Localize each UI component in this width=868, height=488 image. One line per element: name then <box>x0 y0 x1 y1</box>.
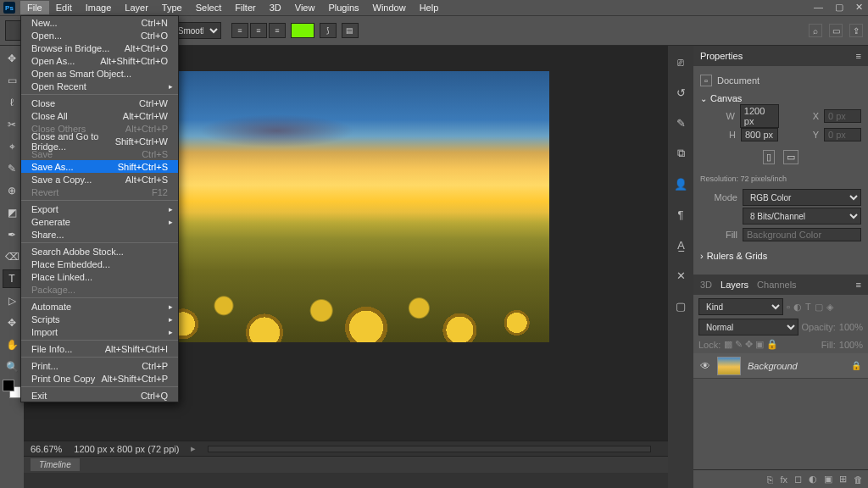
tool-4[interactable]: ⌖ <box>3 137 21 156</box>
canvas-section-header[interactable]: Canvas <box>700 93 861 103</box>
menu-item-generate[interactable]: Generate <box>21 215 178 228</box>
menu-item-import[interactable]: Import <box>21 325 178 338</box>
tab-channels[interactable]: Channels <box>757 280 796 290</box>
lock-artboard-icon[interactable]: ▣ <box>755 339 764 350</box>
adjustment-layer-icon[interactable]: ◐ <box>809 474 817 485</box>
menu-item-print-one-copy[interactable]: Print One CopyAlt+Shift+Ctrl+P <box>21 372 178 385</box>
orient-landscape-icon[interactable]: ▭ <box>783 150 798 164</box>
menu-item-open-as[interactable]: Open As...Alt+Shift+Ctrl+O <box>21 54 178 67</box>
lock-transparent-icon[interactable]: ▩ <box>724 339 732 350</box>
menu-select[interactable]: Select <box>189 1 229 14</box>
panel-icon-8[interactable]: ▢ <box>673 298 688 313</box>
panel-icon-0[interactable]: ⎚ <box>673 54 688 69</box>
panel-icon-4[interactable]: 👤 <box>673 176 688 191</box>
menu-item-browse-in-bridge[interactable]: Browse in Bridge...Alt+Ctrl+O <box>21 42 178 54</box>
layer-fx-icon[interactable]: fx <box>780 474 787 485</box>
menu-item-save-as[interactable]: Save As...Shift+Ctrl+S <box>21 160 178 173</box>
menu-item-share[interactable]: Share... <box>21 228 178 241</box>
text-color-swatch[interactable] <box>291 23 314 38</box>
zoom-level[interactable]: 66.67% <box>31 444 62 454</box>
menu-filter[interactable]: Filter <box>228 1 262 14</box>
layer-fill[interactable]: 100% <box>839 340 863 350</box>
align-right-icon[interactable]: ≡ <box>269 23 286 38</box>
menu-item-save-a-copy[interactable]: Save a Copy...Alt+Ctrl+S <box>21 173 178 186</box>
panel-icon-7[interactable]: ✕ <box>673 268 688 283</box>
tool-1[interactable]: ▭ <box>3 71 21 90</box>
visibility-icon[interactable]: 👁 <box>700 360 710 372</box>
tool-8[interactable]: ✒ <box>3 225 21 244</box>
layer-mask-icon[interactable]: ◻ <box>794 474 802 485</box>
horizontal-scrollbar[interactable] <box>208 446 651 452</box>
menu-item-file-info[interactable]: File Info...Alt+Shift+Ctrl+I <box>21 342 178 355</box>
layer-filter-kind[interactable]: Kind <box>698 298 783 315</box>
menu-item-scripts[interactable]: Scripts <box>21 313 178 325</box>
tool-14[interactable]: 🔍 <box>3 358 21 376</box>
color-mode-select[interactable]: RGB Color <box>743 189 861 206</box>
tool-5[interactable]: ✎ <box>3 159 21 178</box>
group-icon[interactable]: ▣ <box>824 474 832 485</box>
minimize-icon[interactable]: — <box>814 2 823 13</box>
delete-layer-icon[interactable]: 🗑 <box>854 474 863 485</box>
layer-thumbnail[interactable] <box>717 357 741 375</box>
blend-mode-select[interactable]: Normal <box>698 319 798 336</box>
workspace-icon[interactable]: ▭ <box>829 24 843 37</box>
menu-item-place-embedded[interactable]: Place Embedded... <box>21 258 178 270</box>
menu-item-close-all[interactable]: Close AllAlt+Ctrl+W <box>21 109 178 122</box>
menu-window[interactable]: Window <box>366 1 413 14</box>
maximize-icon[interactable]: ▢ <box>835 2 843 13</box>
document-canvas[interactable] <box>142 71 549 342</box>
panel-menu-icon[interactable]: ≡ <box>856 51 861 61</box>
canvas-height[interactable]: 800 px <box>741 128 778 141</box>
lock-position-icon[interactable]: ✥ <box>745 339 753 350</box>
menu-item-open-recent[interactable]: Open Recent <box>21 80 178 92</box>
menu-item-new[interactable]: New...Ctrl+N <box>21 16 178 29</box>
timeline-tab[interactable]: Timeline <box>31 458 80 471</box>
search-icon[interactable]: ⌕ <box>809 24 822 37</box>
menu-item-open[interactable]: Open...Ctrl+O <box>21 29 178 42</box>
panel-toggle-icon[interactable]: ▤ <box>342 23 359 38</box>
filter-adjust-icon[interactable]: ◐ <box>793 302 802 313</box>
menu-view[interactable]: View <box>288 1 322 14</box>
tool-10[interactable]: T <box>3 269 21 288</box>
filter-shape-icon[interactable]: ▢ <box>815 302 823 313</box>
tab-3d[interactable]: 3D <box>700 280 712 290</box>
rulers-section-header[interactable]: ›Rulers & Grids <box>700 251 861 261</box>
layer-opacity[interactable]: 100% <box>839 322 863 332</box>
menu-item-search-adobe-stock[interactable]: Search Adobe Stock... <box>21 245 178 258</box>
menu-plugins[interactable]: Plugins <box>321 1 365 14</box>
panel-icon-5[interactable]: ¶ <box>673 207 688 222</box>
link-layers-icon[interactable]: ⎘ <box>767 474 773 485</box>
tool-7[interactable]: ◩ <box>3 203 21 222</box>
tool-0[interactable]: ✥ <box>3 49 21 68</box>
menu-item-close[interactable]: CloseCtrl+W <box>21 97 178 109</box>
foreground-background-swatch[interactable] <box>3 380 21 398</box>
panel-icon-1[interactable]: ↺ <box>673 85 688 100</box>
filter-image-icon[interactable]: ▫ <box>787 302 790 313</box>
menu-item-exit[interactable]: ExitCtrl+Q <box>21 389 178 402</box>
menu-item-export[interactable]: Export <box>21 202 178 215</box>
menu-layer[interactable]: Layer <box>118 1 155 14</box>
menu-3d[interactable]: 3D <box>263 1 288 14</box>
tool-3[interactable]: ✂ <box>3 115 21 134</box>
menu-file[interactable]: File <box>20 1 49 14</box>
close-icon[interactable]: ✕ <box>855 2 863 13</box>
tool-13[interactable]: ✋ <box>3 336 21 354</box>
tool-9[interactable]: ⌫ <box>3 247 21 266</box>
lock-all-icon[interactable]: 🔒 <box>766 339 778 350</box>
panel-icon-6[interactable]: A̲ <box>673 237 688 252</box>
tool-11[interactable]: ▷ <box>3 291 21 310</box>
bit-depth-select[interactable]: 8 Bits/Channel <box>743 208 861 225</box>
tab-layers[interactable]: Layers <box>721 280 748 290</box>
layer-item[interactable]: 👁Background🔒 <box>693 353 868 379</box>
filter-smart-icon[interactable]: ◈ <box>826 302 833 313</box>
filter-type-icon[interactable]: T <box>805 302 811 313</box>
layer-name[interactable]: Background <box>748 361 844 371</box>
menu-item-automate[interactable]: Automate <box>21 300 178 313</box>
fill-value[interactable]: Background Color <box>743 228 861 241</box>
panel-menu-icon[interactable]: ≡ <box>856 280 861 290</box>
align-center-icon[interactable]: ≡ <box>250 23 267 38</box>
tool-6[interactable]: ⊕ <box>3 181 21 200</box>
share-icon[interactable]: ⇪ <box>849 24 863 37</box>
menu-item-print[interactable]: Print...Ctrl+P <box>21 359 178 372</box>
menu-image[interactable]: Image <box>79 1 119 14</box>
